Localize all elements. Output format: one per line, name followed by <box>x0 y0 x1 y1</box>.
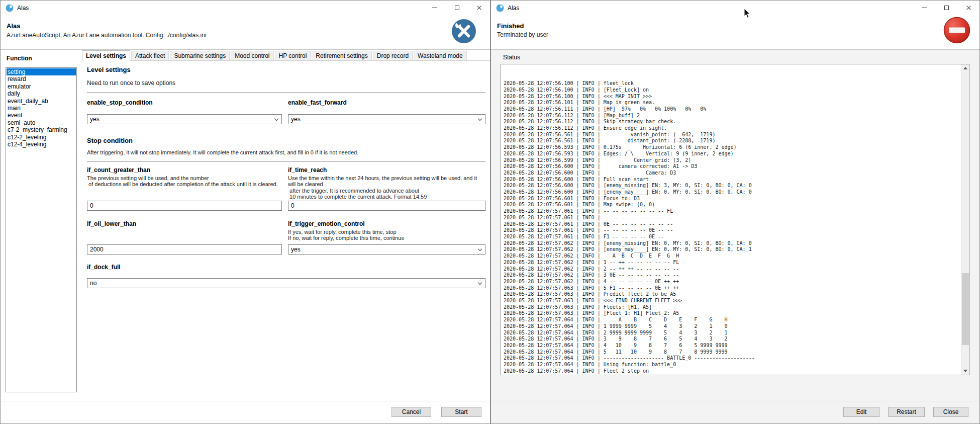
triangle-up-icon <box>963 67 967 69</box>
function-list-item[interactable]: daily <box>7 90 76 97</box>
log-line: 2020-05-28 12:07:57.061 | INFO | -- -- -… <box>504 215 960 221</box>
settings-tab[interactable]: Retirement settings <box>312 51 371 60</box>
section-help-level-settings: Need to run once to save options <box>87 79 175 87</box>
log-line: 2020-05-28 12:07:57.066 | INFO | Fleet_2… <box>504 374 960 375</box>
log-line: 2020-05-28 12:07:56.112 | INFO | [Map_bu… <box>504 113 960 119</box>
log-line: 2020-05-28 12:07:57.062 | INFO | [enemy_… <box>504 240 960 247</box>
function-list-item[interactable]: c12-4_leveling <box>7 141 76 148</box>
log-line: 2020-05-28 12:07:57.062 | INFO | [enemy_… <box>504 246 960 253</box>
log-line: 2020-05-28 12:07:56.600 | INFO | [enemy_… <box>504 189 960 196</box>
log-scrollbar[interactable] <box>961 64 969 375</box>
log-line: 2020-05-28 12:07:57.062 | INFO | 1 -- ++… <box>504 260 960 266</box>
function-list-item[interactable]: event <box>7 112 76 119</box>
settings-tab[interactable]: Attack fleet <box>131 51 169 60</box>
close-icon <box>966 5 971 11</box>
function-list-item[interactable]: c7-2_mystery_farming <box>7 126 76 133</box>
function-list[interactable]: settingrewardemulatordailyevent_daily_ab… <box>6 67 77 392</box>
function-list-item[interactable]: c12-2_leveling <box>7 134 76 141</box>
close-button[interactable] <box>468 1 490 15</box>
alas-log-window: Alas Finished Terminated by user Status <box>491 0 980 424</box>
log-line: 2020-05-28 12:07:57.061 | INFO | F1 -- -… <box>504 234 960 240</box>
log-line: 2020-05-28 12:07:57.064 | INFO | Using f… <box>504 362 960 368</box>
settings-tab[interactable]: HP control <box>275 51 311 60</box>
log-line: 2020-05-28 12:07:56.600 | INFO | camera … <box>504 163 960 170</box>
titlebar[interactable]: Alas <box>1 1 490 16</box>
alas-app-icon <box>6 4 14 12</box>
if-oil-lower-than-input[interactable] <box>87 244 282 255</box>
log-line: 2020-05-28 12:07:57.061 | INFO | -- -- -… <box>504 227 960 234</box>
log-line: 2020-05-28 12:07:56.111 | INFO | [HP] 97… <box>504 106 960 113</box>
triangle-down-icon <box>963 370 967 372</box>
function-list-item[interactable]: main <box>7 105 76 112</box>
enable-stop-condition-select[interactable]: yes <box>87 114 282 124</box>
log-line: 2020-05-28 12:07:56.561 | INFO | vanish_… <box>504 132 960 138</box>
help-if-count-greater-than: The previous setting will be used, and t… <box>87 175 278 188</box>
status-title: Finished <box>497 22 524 30</box>
settings-tab[interactable]: Mood control <box>231 51 273 60</box>
header-divider <box>1 49 490 50</box>
close-button[interactable] <box>957 1 979 15</box>
log-output: 2020-05-28 12:07:56.100 | INFO | fleet_l… <box>504 64 960 375</box>
settings-tabbar: Level settingsAttack fleetSubmarine sett… <box>82 50 490 61</box>
if-dock-full-select[interactable]: no <box>87 278 485 288</box>
log-line: 2020-05-28 12:07:56.112 | INFO | Ensure … <box>504 125 960 132</box>
maximize-button[interactable] <box>446 1 468 15</box>
start-button[interactable]: Start <box>441 407 481 417</box>
divider <box>87 161 485 162</box>
close-window-button[interactable]: Close <box>933 407 968 417</box>
maximize-button[interactable] <box>935 1 957 15</box>
maximize-icon <box>455 6 459 10</box>
settings-tab[interactable]: Submarine settings <box>170 51 230 60</box>
log-line: 2020-05-28 12:07:57.063 | INFO | 5 F1 --… <box>504 285 960 292</box>
label-enable-stop-condition: enable_stop_condition <box>87 99 153 106</box>
divider <box>87 92 485 93</box>
label-if-count-greater-than: if_count_greater_than <box>87 166 150 174</box>
page-title: Alas <box>7 22 20 30</box>
function-list-item[interactable]: emulator <box>7 83 76 90</box>
restart-button[interactable]: Restart <box>888 407 925 417</box>
enable-stop-condition-value: yes <box>90 116 100 123</box>
log-line: 2020-05-28 12:07:57.064 | INFO | 1 9999 … <box>504 323 960 330</box>
cancel-button[interactable]: Cancel <box>391 407 431 417</box>
edit-button[interactable]: Edit <box>843 407 879 417</box>
status-label: Status <box>503 54 520 61</box>
minimize-button[interactable] <box>913 1 935 15</box>
minimize-button[interactable] <box>424 1 446 15</box>
log-line: 2020-05-28 12:07:57.061 | INFO | 0E -- -… <box>504 221 960 228</box>
function-list-item[interactable]: event_daily_ab <box>7 98 76 105</box>
footer-divider <box>491 401 979 401</box>
log-line: 2020-05-28 12:07:57.064 | INFO | -------… <box>504 355 960 362</box>
settings-tab[interactable]: Drop record <box>373 51 413 60</box>
log-panel[interactable]: 2020-05-28 12:07:56.100 | INFO | fleet_l… <box>501 64 969 375</box>
log-line: 2020-05-28 12:07:57.063 | INFO | <<< FIN… <box>504 298 960 304</box>
function-list-item[interactable]: setting <box>7 68 76 75</box>
alas-app-icon <box>496 4 504 12</box>
settings-tab[interactable]: Wasteland mode <box>414 51 467 60</box>
scroll-up-button[interactable] <box>961 64 969 72</box>
chevron-down-icon <box>478 247 482 251</box>
log-line: 2020-05-28 12:07:56.101 | INFO | Map is … <box>504 100 960 106</box>
mouse-cursor <box>744 8 751 19</box>
if-time-reach-input[interactable] <box>288 201 485 211</box>
scroll-down-button[interactable] <box>961 367 969 375</box>
function-list-item[interactable]: reward <box>7 75 76 82</box>
if-trigger-emotion-control-value: yes <box>291 246 301 253</box>
function-list-item[interactable]: semi_auto <box>7 119 76 126</box>
log-line: 2020-05-28 12:07:56.601 | INFO | Focus t… <box>504 196 960 202</box>
close-icon <box>476 5 482 11</box>
scrollbar-thumb[interactable] <box>962 273 969 345</box>
if-trigger-emotion-control-select[interactable]: yes <box>288 244 485 255</box>
label-if-time-reach: if_time_reach <box>288 166 327 174</box>
log-line: 2020-05-28 12:07:57.064 | INFO | 2 9999 … <box>504 330 960 336</box>
settings-tab[interactable]: Level settings <box>82 50 130 61</box>
header-divider <box>491 49 979 50</box>
chevron-down-icon <box>478 281 482 285</box>
if-count-greater-than-input[interactable] <box>87 201 282 211</box>
titlebar[interactable]: Alas <box>491 1 979 16</box>
tools-icon <box>451 19 476 44</box>
log-line: 2020-05-28 12:07:56.600 | INFO | Full sc… <box>504 177 960 183</box>
log-line: 2020-05-28 12:07:57.062 | INFO | 4 -- --… <box>504 279 960 285</box>
window-title: Alas <box>17 5 29 12</box>
enable-fast-forward-value: yes <box>291 116 301 123</box>
enable-fast-forward-select[interactable]: yes <box>288 114 485 124</box>
